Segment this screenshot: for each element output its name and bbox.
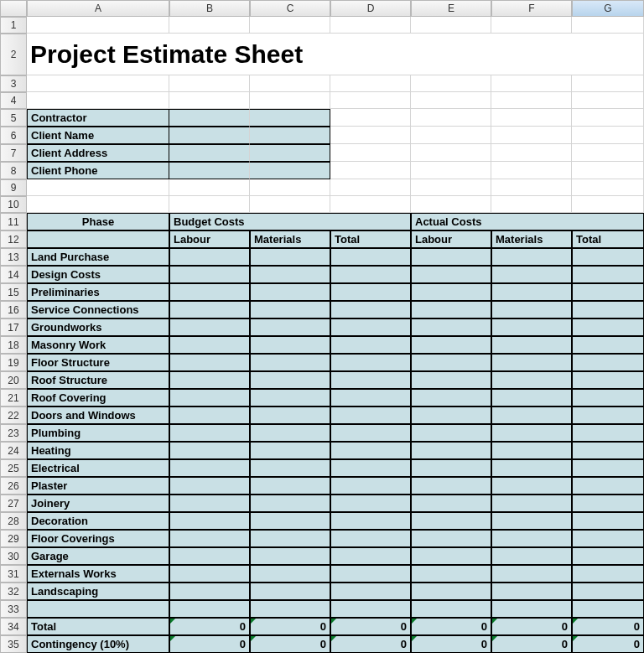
data-cell[interactable] (250, 248, 330, 266)
data-cell[interactable] (330, 424, 411, 442)
data-cell[interactable] (491, 424, 572, 442)
col-header-G[interactable]: G (572, 0, 644, 17)
data-cell[interactable] (572, 547, 644, 565)
data-cell[interactable] (330, 565, 411, 583)
row-header-22[interactable]: 22 (0, 406, 27, 424)
row-header-15[interactable]: 15 (0, 283, 27, 301)
total-value[interactable]: 0 (491, 618, 572, 635)
total-value[interactable]: 0 (330, 618, 411, 635)
data-cell[interactable] (411, 547, 491, 565)
data-cell[interactable] (250, 583, 330, 600)
row-header-10[interactable]: 10 (0, 196, 27, 213)
info-input[interactable] (250, 109, 330, 127)
data-cell[interactable] (250, 459, 330, 477)
row-header-20[interactable]: 20 (0, 371, 27, 389)
row-header-31[interactable]: 31 (0, 565, 27, 583)
data-cell[interactable] (572, 389, 644, 406)
cell[interactable] (572, 109, 644, 127)
data-cell[interactable] (411, 266, 491, 283)
cell[interactable] (491, 109, 572, 127)
data-cell[interactable] (572, 266, 644, 283)
data-cell[interactable] (169, 283, 250, 301)
cell[interactable] (491, 144, 572, 162)
cell[interactable] (572, 144, 644, 162)
data-cell[interactable] (572, 318, 644, 336)
data-cell[interactable] (330, 389, 411, 406)
row-header-19[interactable]: 19 (0, 354, 27, 371)
data-cell[interactable] (330, 248, 411, 266)
cell[interactable] (27, 17, 169, 34)
data-cell[interactable] (169, 354, 250, 371)
data-cell[interactable] (411, 512, 491, 530)
row-header-8[interactable]: 8 (0, 162, 27, 179)
data-cell[interactable] (169, 406, 250, 424)
row-header-9[interactable]: 9 (0, 179, 27, 196)
blank-cell[interactable] (491, 600, 572, 618)
cell[interactable] (572, 127, 644, 144)
cell[interactable] (572, 162, 644, 179)
row-header-17[interactable]: 17 (0, 318, 27, 336)
data-cell[interactable] (250, 301, 330, 318)
data-cell[interactable] (572, 406, 644, 424)
data-cell[interactable] (169, 565, 250, 583)
cell[interactable] (411, 109, 491, 127)
total-value[interactable]: 0 (169, 618, 250, 635)
row-header-34[interactable]: 34 (0, 618, 27, 635)
cell[interactable] (572, 75, 644, 92)
info-input[interactable] (169, 109, 250, 127)
data-cell[interactable] (330, 406, 411, 424)
row-header-16[interactable]: 16 (0, 301, 27, 318)
blank-cell[interactable] (330, 600, 411, 618)
data-cell[interactable] (491, 512, 572, 530)
data-cell[interactable] (330, 459, 411, 477)
cell[interactable] (411, 144, 491, 162)
cell[interactable] (411, 179, 491, 196)
data-cell[interactable] (411, 318, 491, 336)
info-input[interactable] (250, 144, 330, 162)
cell[interactable] (27, 179, 169, 196)
data-cell[interactable] (330, 301, 411, 318)
row-header-6[interactable]: 6 (0, 127, 27, 144)
row-header-29[interactable]: 29 (0, 530, 27, 547)
cell[interactable] (411, 92, 491, 109)
col-header-A[interactable]: A (27, 0, 169, 17)
row-header-32[interactable]: 32 (0, 583, 27, 600)
cell[interactable] (572, 17, 644, 34)
info-input[interactable] (169, 144, 250, 162)
row-header-25[interactable]: 25 (0, 459, 27, 477)
data-cell[interactable] (491, 477, 572, 495)
data-cell[interactable] (411, 283, 491, 301)
data-cell[interactable] (330, 283, 411, 301)
blank-cell[interactable] (27, 600, 169, 618)
row-header-35[interactable]: 35 (0, 635, 27, 653)
data-cell[interactable] (572, 248, 644, 266)
data-cell[interactable] (491, 248, 572, 266)
col-header-F[interactable]: F (491, 0, 572, 17)
col-header-C[interactable]: C (250, 0, 330, 17)
data-cell[interactable] (491, 283, 572, 301)
cell[interactable] (491, 162, 572, 179)
cell[interactable] (572, 179, 644, 196)
data-cell[interactable] (169, 371, 250, 389)
data-cell[interactable] (169, 495, 250, 512)
row-header-18[interactable]: 18 (0, 336, 27, 354)
cell[interactable] (572, 196, 644, 213)
blank-cell[interactable] (250, 600, 330, 618)
cell[interactable] (250, 75, 330, 92)
data-cell[interactable] (250, 477, 330, 495)
data-cell[interactable] (572, 371, 644, 389)
cell[interactable] (330, 179, 411, 196)
cell[interactable] (491, 127, 572, 144)
row-header-13[interactable]: 13 (0, 248, 27, 266)
data-cell[interactable] (169, 424, 250, 442)
cell[interactable] (411, 75, 491, 92)
data-cell[interactable] (572, 512, 644, 530)
contingency-value[interactable]: 0 (169, 635, 250, 653)
data-cell[interactable] (491, 318, 572, 336)
data-cell[interactable] (169, 530, 250, 547)
data-cell[interactable] (491, 371, 572, 389)
data-cell[interactable] (169, 583, 250, 600)
info-input[interactable] (169, 162, 250, 179)
cell[interactable] (169, 17, 250, 34)
row-header-23[interactable]: 23 (0, 424, 27, 442)
